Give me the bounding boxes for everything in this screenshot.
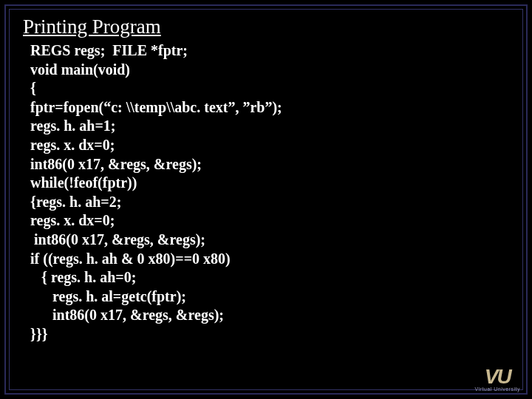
slide-outer-frame: Printing Program REGS regs; FILE *fptr; …	[4, 4, 528, 395]
code-line: fptr=fopen(“c: \\temp\\abc. text”, ”rb”)…	[30, 98, 512, 117]
code-line: }}}	[30, 325, 512, 344]
code-line: int86(0 x17, &regs, &regs);	[30, 306, 512, 325]
code-line: regs. h. ah=1;	[30, 117, 512, 136]
code-line: while(!feof(fptr))	[30, 174, 512, 193]
code-line: int86(0 x17, &regs, &regs);	[30, 155, 512, 174]
logo-text: VU	[475, 365, 520, 389]
code-line: int86(0 x17, &regs, &regs);	[30, 231, 512, 250]
code-line: regs. x. dx=0;	[30, 136, 512, 155]
slide-inner-frame: Printing Program REGS regs; FILE *fptr; …	[9, 9, 523, 390]
code-line: REGS regs; FILE *fptr;	[30, 41, 512, 61]
code-line: {regs. h. ah=2;	[30, 193, 512, 212]
code-line: regs. h. al=getc(fptr);	[30, 287, 512, 307]
code-line: void main(void)	[30, 61, 512, 80]
slide-title: Printing Program	[23, 16, 512, 38]
code-line: regs. x. dx=0;	[30, 211, 512, 231]
code-block: REGS regs; FILE *fptr; void main(void) {…	[30, 41, 512, 344]
code-line: { regs. h. ah=0;	[30, 268, 512, 287]
vu-logo: VU Virtual University	[475, 365, 520, 392]
logo-subtext: Virtual University	[475, 386, 520, 392]
code-line: {	[30, 79, 512, 98]
code-line: if ((regs. h. ah & 0 x80)==0 x80)	[30, 250, 512, 269]
